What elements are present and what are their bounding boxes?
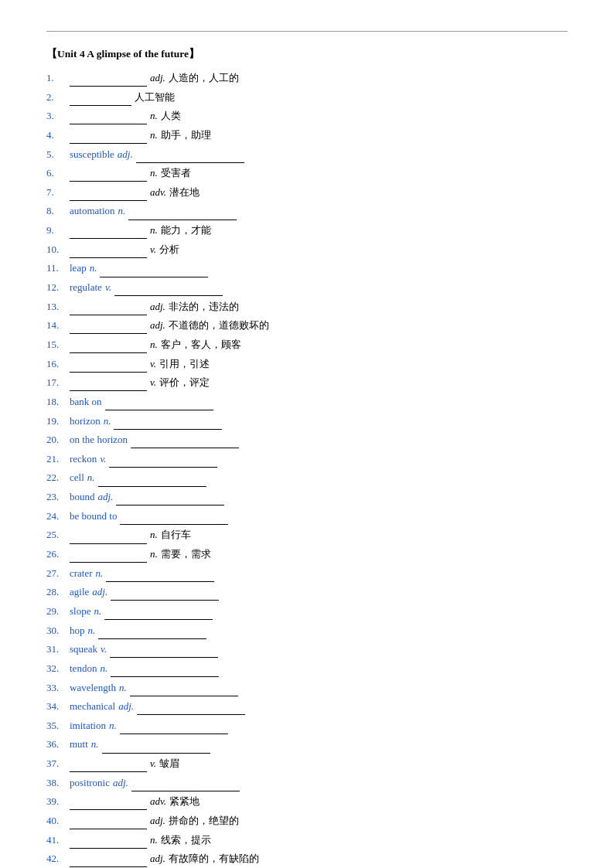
item-chinese: 受害者 <box>161 165 191 181</box>
blank-input[interactable] <box>70 756 147 772</box>
list-item: 18.bank on <box>46 394 568 410</box>
blank-input[interactable] <box>70 813 147 829</box>
blank-input[interactable] <box>120 718 228 734</box>
blank-input[interactable] <box>131 432 239 448</box>
blank-input[interactable] <box>128 203 237 220</box>
blank-input[interactable] <box>70 299 147 315</box>
blank-input[interactable] <box>110 642 218 658</box>
list-item: 19.horizonn. <box>46 414 568 430</box>
item-chinese: 助手，助理 <box>161 128 211 143</box>
blank-input[interactable] <box>70 527 147 543</box>
item-chinese: 线索，提示 <box>161 832 211 848</box>
item-word: agile <box>70 584 89 600</box>
item-pos: v. <box>100 451 106 467</box>
item-number: 42. <box>46 851 70 866</box>
blank-input[interactable] <box>111 661 219 677</box>
item-pos: n. <box>150 546 158 562</box>
list-item: 20.on the horizon <box>46 432 568 448</box>
item-word: cell <box>70 470 84 485</box>
list-item: 26. n.需要，需求 <box>46 546 568 563</box>
item-chinese: 评价，评定 <box>159 375 210 390</box>
blank-input[interactable] <box>70 70 147 87</box>
blank-input[interactable] <box>105 394 213 410</box>
item-word: bound <box>70 489 95 505</box>
blank-input[interactable] <box>70 318 147 334</box>
blank-input[interactable] <box>116 489 224 505</box>
blank-input[interactable] <box>137 699 245 715</box>
item-number: 9. <box>46 223 70 238</box>
item-number: 28. <box>46 584 70 600</box>
blank-input[interactable] <box>70 242 147 258</box>
blank-input[interactable] <box>70 337 147 353</box>
item-word: reckon <box>70 451 97 467</box>
blank-input[interactable] <box>104 604 213 620</box>
item-number: 17. <box>46 375 70 390</box>
item-word: on the horizon <box>70 432 128 448</box>
blank-input[interactable] <box>70 185 147 201</box>
item-word: slope <box>70 604 90 619</box>
list-item: 16. v.引用，引述 <box>46 356 568 373</box>
blank-input[interactable] <box>114 414 222 430</box>
item-number: 31. <box>46 642 70 657</box>
item-pos: adv. <box>150 794 166 809</box>
item-pos: n. <box>100 661 107 676</box>
item-word: imitation <box>70 718 106 734</box>
item-number: 39. <box>46 794 70 809</box>
item-chinese: 引用，引述 <box>159 356 210 372</box>
item-pos: v. <box>105 280 111 295</box>
blank-input[interactable] <box>70 546 147 563</box>
item-chinese: 客户，客人，顾客 <box>161 337 241 352</box>
list-item: 40. adj.拼命的，绝望的 <box>46 813 568 829</box>
blank-input[interactable] <box>136 147 244 163</box>
blank-input[interactable] <box>131 775 240 791</box>
blank-input[interactable] <box>70 851 147 867</box>
item-pos: n. <box>150 527 158 543</box>
blank-input[interactable] <box>130 680 238 696</box>
blank-input[interactable] <box>70 128 147 144</box>
blank-input[interactable] <box>70 356 147 373</box>
item-chinese: 能力，才能 <box>161 223 211 238</box>
blank-input[interactable] <box>111 584 219 601</box>
item-number: 14. <box>46 318 70 333</box>
item-number: 23. <box>46 489 70 505</box>
blank-input[interactable] <box>70 108 147 124</box>
blank-input[interactable] <box>70 165 147 182</box>
item-number: 40. <box>46 813 70 829</box>
blank-input[interactable] <box>70 375 147 391</box>
unit-title: 【Unit 4 A glimpse of the future】 <box>46 47 568 61</box>
item-word: bank on <box>70 394 102 410</box>
item-number: 8. <box>46 203 70 219</box>
list-item: 1. adj.人造的，人工的 <box>46 70 568 87</box>
item-word: automation <box>70 203 115 219</box>
blank-input[interactable] <box>106 566 214 582</box>
blank-input[interactable] <box>70 223 147 239</box>
item-word: wavelength <box>70 680 116 696</box>
blank-input[interactable] <box>70 832 147 849</box>
item-pos: v. <box>150 375 156 390</box>
item-chinese: 人工智能 <box>135 90 175 105</box>
list-item: 4. n.助手，助理 <box>46 128 568 144</box>
item-number: 29. <box>46 604 70 619</box>
blank-input[interactable] <box>109 451 217 468</box>
list-item: 8.automationn. <box>46 203 568 220</box>
item-number: 20. <box>46 432 70 448</box>
list-item: 10. v.分析 <box>46 242 568 258</box>
item-number: 22. <box>46 470 70 485</box>
list-item: 9. n.能力，才能 <box>46 223 568 239</box>
item-word: regulate <box>70 280 102 295</box>
blank-input[interactable] <box>100 260 208 277</box>
blank-input[interactable] <box>98 623 206 639</box>
blank-input[interactable] <box>70 90 131 106</box>
item-chinese: 需要，需求 <box>161 546 211 562</box>
list-item: 6. n.受害者 <box>46 165 568 182</box>
blank-input[interactable] <box>102 737 210 753</box>
item-number: 10. <box>46 242 70 257</box>
blank-input[interactable] <box>120 509 228 525</box>
blank-input[interactable] <box>114 280 223 296</box>
list-item: 7. adv.潜在地 <box>46 185 568 201</box>
list-item: 41. n.线索，提示 <box>46 832 568 849</box>
item-pos: adj. <box>118 147 133 162</box>
blank-input[interactable] <box>70 794 147 810</box>
blank-input[interactable] <box>98 470 206 486</box>
list-item: 35.imitationn. <box>46 718 568 734</box>
